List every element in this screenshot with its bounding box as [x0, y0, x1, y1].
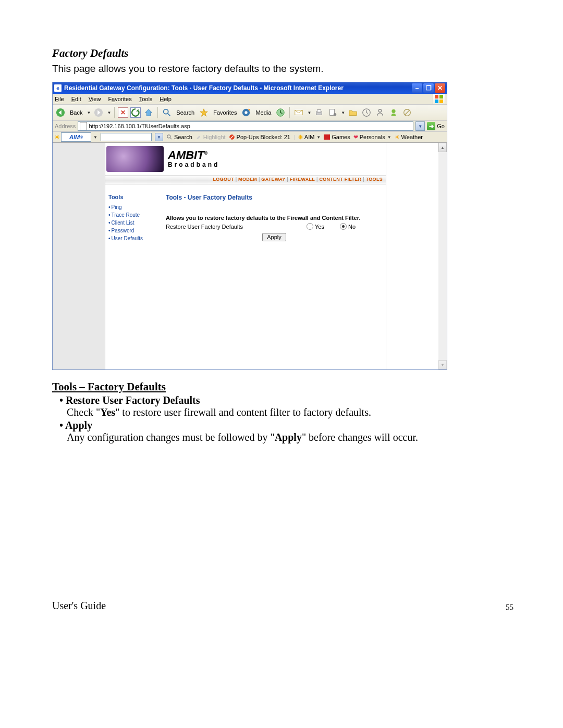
go-button[interactable]: ➔ Go — [427, 122, 445, 130]
print-icon[interactable] — [313, 107, 325, 118]
right-gutter — [386, 143, 438, 369]
bullet-apply-text: Any configuration changes must be follow… — [67, 431, 513, 443]
side-nav-clients[interactable]: Client List — [108, 219, 166, 227]
nav-gateway[interactable]: GATEWAY — [261, 177, 285, 182]
go-label: Go — [437, 123, 445, 129]
side-nav-defaults[interactable]: User Defaults — [108, 235, 166, 242]
svg-rect-3 — [439, 100, 443, 103]
address-label: Address — [55, 123, 76, 129]
svg-point-6 — [164, 109, 168, 114]
windows-logo-icon — [433, 94, 445, 104]
back-button[interactable] — [55, 107, 66, 118]
svg-line-20 — [405, 110, 410, 115]
side-nav: Tools Ping Trace Route Client List Passw… — [108, 194, 166, 242]
nav-firewall[interactable]: FIREWALL — [290, 177, 315, 182]
menu-view[interactable]: View — [89, 96, 101, 102]
aim-highlight[interactable]: Highlight — [195, 134, 226, 140]
nav-modem[interactable]: MODEM — [238, 177, 257, 182]
aim-personals[interactable]: ❤ Personals▼ — [353, 134, 391, 141]
refresh-button[interactable] — [130, 107, 141, 118]
scroll-down-icon[interactable]: ▼ — [438, 360, 447, 369]
ie-logo-icon: e — [54, 84, 62, 92]
apply-button[interactable]: Apply — [262, 233, 286, 241]
toolbar: Back ▼ ▼ ✕ Search Favorites — [53, 105, 447, 121]
menu-edit[interactable]: Edit — [71, 96, 81, 102]
svg-line-7 — [168, 114, 170, 116]
aim-games[interactable]: Games — [324, 134, 350, 140]
aim-aim[interactable]: ✳ AIM▼ — [298, 134, 321, 141]
side-nav-ping[interactable]: Ping — [108, 203, 166, 211]
search-icon[interactable] — [161, 107, 173, 118]
messenger-icon[interactable] — [388, 107, 399, 118]
brand-logo: AMBIT® Broadband — [168, 150, 219, 168]
restore-label: Restore User Factory Defaults — [166, 224, 291, 230]
edit-dropdown-icon[interactable]: ▼ — [341, 110, 345, 115]
mail-icon[interactable] — [293, 107, 304, 118]
ie-window: e Residential Gateway Configuration: Too… — [52, 82, 447, 370]
block-icon[interactable] — [401, 107, 413, 118]
menu-help[interactable]: Help — [160, 96, 172, 102]
window-title: Residential Gateway Configuration: Tools… — [64, 84, 344, 92]
forward-dropdown-icon[interactable]: ▼ — [107, 110, 111, 115]
forward-button[interactable] — [93, 107, 104, 118]
svg-point-17 — [379, 109, 382, 112]
radio-yes[interactable]: Yes — [307, 223, 324, 230]
svg-point-18 — [392, 109, 396, 113]
clock-icon[interactable] — [361, 107, 372, 118]
minimize-button[interactable]: – — [412, 83, 422, 93]
svg-rect-1 — [439, 95, 443, 98]
history-icon[interactable] — [275, 107, 286, 118]
side-nav-trace[interactable]: Trace Route — [108, 211, 166, 219]
aim-search-dropdown-icon[interactable]: ▼ — [155, 133, 163, 141]
mail-dropdown-icon[interactable]: ▼ — [307, 110, 311, 115]
favorites-icon[interactable] — [198, 107, 210, 118]
person-icon[interactable] — [374, 107, 386, 118]
side-nav-password[interactable]: Password — [108, 227, 166, 235]
menu-bar: File Edit View Favorites Tools Help — [53, 94, 447, 105]
aim-popups[interactable]: Pop-Ups Blocked: 21 — [229, 134, 290, 140]
section-intro: This page allows you to restore factory … — [52, 63, 513, 75]
media-label[interactable]: Media — [255, 109, 271, 116]
aim-search-input[interactable] — [101, 133, 152, 141]
folder-icon[interactable] — [347, 107, 359, 118]
maximize-button[interactable]: ❐ — [423, 83, 434, 93]
edit-icon[interactable] — [327, 107, 338, 118]
titlebar: e Residential Gateway Configuration: Too… — [53, 82, 447, 94]
header-banner: AMBIT® Broadband — [105, 143, 386, 176]
nav-tools[interactable]: TOOLS — [366, 177, 383, 182]
address-bar: Address http://192.168.100.1/TlUserDefau… — [53, 121, 447, 132]
scroll-up-icon[interactable]: ▲ — [438, 143, 447, 152]
stop-button[interactable]: ✕ — [118, 107, 128, 118]
aim-toolbar: ✳ AIM® ▼ ▼ Search Highlight Pop-Ups Bloc… — [53, 132, 447, 143]
back-dropdown-icon[interactable]: ▼ — [87, 110, 91, 115]
svg-rect-0 — [435, 95, 438, 98]
bullet-apply-title: Apply — [59, 419, 513, 431]
nav-logout[interactable]: LOGOUT — [213, 177, 234, 182]
left-gutter — [53, 143, 105, 369]
home-button[interactable] — [143, 107, 154, 118]
section-title: Factory Defaults — [52, 47, 513, 60]
close-button[interactable]: ✕ — [435, 83, 445, 93]
vertical-scrollbar[interactable]: ▲ ▼ — [438, 143, 447, 369]
media-icon[interactable] — [240, 107, 252, 118]
svg-point-9 — [245, 111, 248, 114]
svg-point-15 — [334, 113, 336, 116]
radio-no[interactable]: No — [340, 223, 356, 230]
svg-point-21 — [167, 135, 170, 138]
go-arrow-icon: ➔ — [427, 122, 435, 130]
menu-tools[interactable]: Tools — [139, 96, 153, 102]
main-panel: Tools - User Factory Defaults Allows you… — [166, 194, 383, 242]
aim-brand[interactable]: ✳ AIM® ▼ — [55, 132, 97, 142]
address-input[interactable]: http://192.168.100.1/TlUserDefaults.asp — [78, 121, 413, 131]
back-label[interactable]: Back — [70, 109, 82, 116]
nav-content-filter[interactable]: CONTENT FILTER — [319, 177, 361, 182]
aim-weather[interactable]: ☀ Weather — [395, 134, 423, 141]
aim-search-button[interactable]: Search — [166, 134, 192, 140]
menu-favorites[interactable]: Favorites — [108, 96, 131, 102]
address-dropdown-icon[interactable]: ▼ — [415, 121, 425, 131]
subheading: Tools – Factory Defaults — [52, 380, 513, 393]
menu-file[interactable]: File — [55, 96, 64, 102]
search-label[interactable]: Search — [176, 109, 194, 116]
page-title: Tools - User Factory Defaults — [166, 194, 383, 201]
favorites-label[interactable]: Favorites — [213, 109, 237, 116]
